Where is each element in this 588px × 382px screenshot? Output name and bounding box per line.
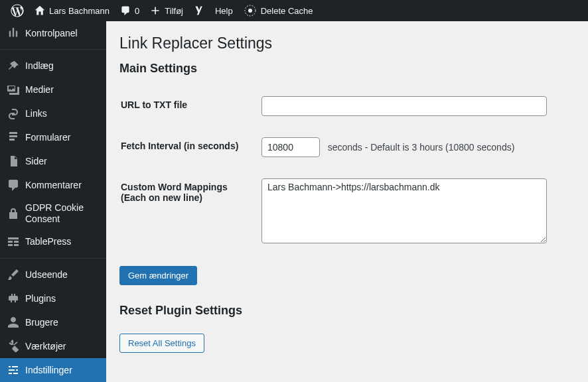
sidebar-item-media[interactable]: Medier (0, 78, 106, 102)
word-mappings-textarea[interactable]: Lars Bachmann->https://larsbachmann.dk (261, 178, 547, 243)
sidebar-item-links[interactable]: Links (0, 102, 106, 126)
cache-link[interactable]: Delete Cache (238, 0, 319, 21)
sidebar-item-label: Kontrolpanel (25, 28, 78, 39)
sidebar-item-dashboard[interactable]: Kontrolpanel (0, 21, 106, 45)
sidebar-item-forms[interactable]: Formularer (0, 126, 106, 150)
content-area: Link Replacer Settings Main Settings URL… (106, 21, 588, 382)
site-name-link[interactable]: Lars Bachmann (29, 0, 115, 21)
forms-icon (7, 131, 20, 144)
sidebar-item-plugins[interactable]: Plugins (0, 286, 106, 310)
interval-description: seconds - Default is 3 hours (10800 seco… (328, 142, 515, 153)
cache-icon (244, 4, 257, 17)
comments-link[interactable]: 0 (115, 0, 145, 21)
user-icon (7, 316, 20, 329)
sidebar-item-users[interactable]: Brugere (0, 310, 106, 334)
sidebar-item-label: Indstillinger (25, 365, 72, 376)
sidebar-item-appearance[interactable]: Udseende (0, 263, 106, 286)
svg-point-1 (248, 9, 252, 13)
sidebar-item-posts[interactable]: Indlæg (0, 54, 106, 78)
yoast-icon (194, 5, 204, 16)
help-link[interactable]: Help (210, 0, 238, 21)
wp-logo[interactable] (5, 0, 29, 21)
site-name: Lars Bachmann (49, 6, 110, 16)
comment-icon (7, 178, 20, 192)
interval-field-label: Fetch Interval (in seconds) (121, 127, 254, 167)
dashboard-icon (7, 27, 20, 40)
sidebar-item-settings[interactable]: Indstillinger (0, 358, 106, 382)
wrench-icon (7, 340, 20, 353)
reset-heading: Reset Plugin Settings (119, 304, 575, 318)
reset-button[interactable]: Reset All Settings (119, 334, 204, 353)
sidebar-item-label: GDPR Cookie Consent (25, 202, 100, 225)
sidebar-item-label: Udseende (25, 269, 68, 281)
sidebar-item-tools[interactable]: Værktøjer (0, 334, 106, 358)
sidebar-item-label: Medier (25, 84, 54, 96)
add-new-link[interactable]: Tilføj (145, 0, 188, 21)
save-button[interactable]: Gem ændringer (119, 266, 197, 285)
sidebar-item-label: TablePress (25, 236, 71, 247)
sidebar-item-gdpr[interactable]: GDPR Cookie Consent (0, 197, 106, 229)
yoast-link[interactable] (188, 0, 210, 21)
home-icon (35, 5, 45, 16)
url-txt-input[interactable] (261, 96, 547, 116)
admin-sidebar: Kontrolpanel Indlæg Medier Links Formula… (0, 21, 106, 382)
wordpress-icon (11, 4, 24, 17)
pin-icon (7, 60, 20, 73)
sidebar-item-label: Links (25, 108, 47, 119)
plus-icon (150, 5, 161, 16)
help-label: Help (215, 6, 233, 16)
sidebar-item-label: Formularer (25, 132, 70, 143)
admin-bar: Lars Bachmann 0 Tilføj Help Delete Cache (0, 0, 588, 21)
sidebar-item-comments[interactable]: Kommentarer (0, 173, 106, 197)
sidebar-item-label: Sider (25, 156, 47, 167)
table-icon (7, 235, 20, 249)
sidebar-item-label: Kommentarer (25, 180, 82, 191)
sidebar-item-label: Værktøjer (25, 341, 66, 352)
lock-icon (7, 207, 20, 220)
comment-icon (120, 5, 131, 16)
link-icon (7, 107, 20, 121)
main-settings-heading: Main Settings (119, 62, 575, 76)
media-icon (7, 84, 20, 97)
sliders-icon (7, 363, 20, 377)
fetch-interval-input[interactable] (261, 137, 320, 157)
mappings-field-label: Custom Word Mappings (Each on new line) (121, 168, 254, 255)
sidebar-item-tablepress[interactable]: TablePress (0, 230, 106, 254)
sidebar-item-label: Indlæg (25, 60, 54, 72)
page-icon (7, 155, 20, 168)
plugin-icon (7, 292, 20, 305)
page-title: Link Replacer Settings (119, 34, 575, 52)
comment-count: 0 (135, 6, 139, 16)
add-new-label: Tilføj (165, 6, 183, 16)
cache-label: Delete Cache (261, 6, 313, 16)
sidebar-item-label: Plugins (25, 293, 56, 304)
url-field-label: URL to TXT file (121, 86, 254, 126)
sidebar-item-label: Brugere (25, 317, 58, 328)
sidebar-item-pages[interactable]: Sider (0, 149, 106, 173)
brush-icon (7, 268, 20, 281)
